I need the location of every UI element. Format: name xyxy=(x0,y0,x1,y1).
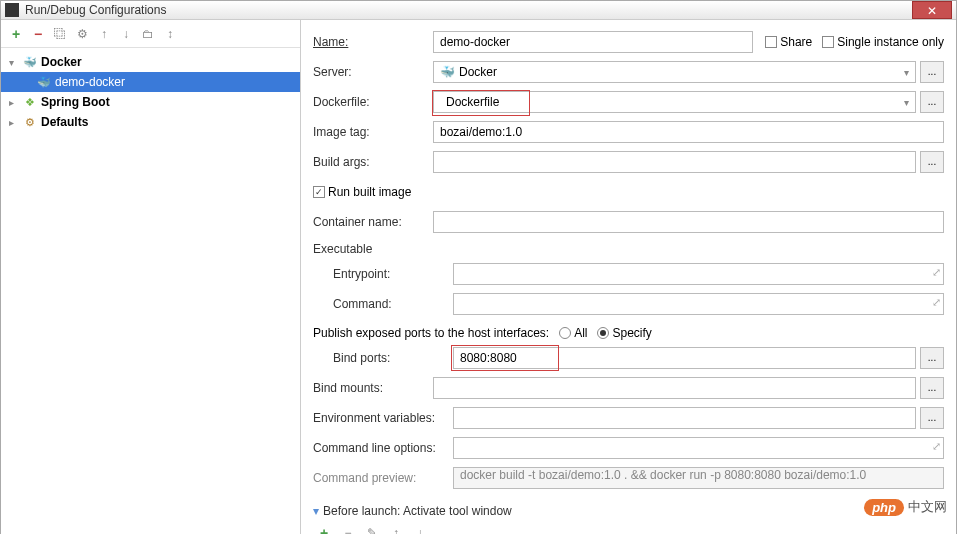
expand-icon[interactable]: ⤢ xyxy=(932,440,941,453)
bindports-more-button[interactable]: ... xyxy=(920,347,944,369)
gear-icon: ⚙ xyxy=(23,115,37,129)
checkbox-icon xyxy=(765,36,777,48)
share-label: Share xyxy=(780,35,812,49)
left-pane: + − ⿻ ⚙ ↑ ↓ 🗀 ↕ ▾ 🐳 Docker 🐳 demo-docker xyxy=(1,20,301,534)
tree-label: demo-docker xyxy=(55,75,125,89)
docker-icon: 🐳 xyxy=(440,65,455,79)
checkbox-icon xyxy=(822,36,834,48)
chevron-right-icon[interactable]: ▸ xyxy=(9,117,21,128)
window: Run/Debug Configurations ✕ + − ⿻ ⚙ ↑ ↓ 🗀… xyxy=(0,0,957,534)
before-launch-label: Before launch: Activate tool window xyxy=(323,504,512,518)
all-label: All xyxy=(574,326,587,340)
container-label: Container name: xyxy=(313,215,433,229)
bl-remove-button[interactable]: − xyxy=(339,524,357,534)
expand-icon[interactable]: ⤢ xyxy=(932,296,941,309)
executable-section-label: Executable xyxy=(313,242,944,256)
specify-label: Specify xyxy=(612,326,651,340)
docker-icon: 🐳 xyxy=(37,75,51,89)
name-input[interactable] xyxy=(433,31,753,53)
buildargs-input[interactable] xyxy=(433,151,916,173)
entrypoint-label: Entrypoint: xyxy=(333,267,453,281)
cmdpreview-value: docker build -t bozai/demo:1.0 . && dock… xyxy=(453,467,944,489)
titlebar: Run/Debug Configurations ✕ xyxy=(1,1,956,20)
bl-down-button[interactable]: ↓ xyxy=(411,524,429,534)
bl-add-button[interactable]: + xyxy=(315,524,333,534)
add-config-button[interactable]: + xyxy=(7,25,25,43)
single-instance-checkbox[interactable]: Single instance only xyxy=(822,35,944,49)
command-input[interactable]: ⤢ xyxy=(453,293,944,315)
imagetag-input[interactable] xyxy=(433,121,944,143)
tree-node-docker[interactable]: ▾ 🐳 Docker xyxy=(1,52,300,72)
envvars-label: Environment variables: xyxy=(313,411,453,425)
expand-icon[interactable]: ⤢ xyxy=(932,266,941,279)
server-value: Docker xyxy=(459,65,497,79)
chevron-down-icon: ▾ xyxy=(904,67,909,78)
tree-label: Defaults xyxy=(41,115,88,129)
dockerfile-value: Dockerfile xyxy=(440,95,499,109)
cmdopts-label: Command line options: xyxy=(313,441,453,455)
docker-icon: 🐳 xyxy=(23,55,37,69)
server-label: Server: xyxy=(313,65,433,79)
bindports-input[interactable] xyxy=(453,347,916,369)
left-toolbar: + − ⿻ ⚙ ↑ ↓ 🗀 ↕ xyxy=(1,20,300,48)
command-label: Command: xyxy=(333,297,453,311)
cmdopts-input[interactable]: ⤢ xyxy=(453,437,944,459)
spring-icon: ❖ xyxy=(23,95,37,109)
dockerfile-label: Dockerfile: xyxy=(313,95,433,109)
before-launch-toggle[interactable]: ▾ Before launch: Activate tool window xyxy=(313,504,944,518)
dockerfile-more-button[interactable]: ... xyxy=(920,91,944,113)
copy-config-button[interactable]: ⿻ xyxy=(51,25,69,43)
single-instance-label: Single instance only xyxy=(837,35,944,49)
settings-button[interactable]: ⚙ xyxy=(73,25,91,43)
chevron-down-icon: ▾ xyxy=(904,97,909,108)
bl-edit-button[interactable]: ✎ xyxy=(363,524,381,534)
watermark: php 中文网 xyxy=(864,498,947,516)
buildargs-more-button[interactable]: ... xyxy=(920,151,944,173)
bl-up-button[interactable]: ↑ xyxy=(387,524,405,534)
chevron-down-icon: ▾ xyxy=(313,504,319,518)
entrypoint-input[interactable]: ⤢ xyxy=(453,263,944,285)
cmdpreview-label: Command preview: xyxy=(313,471,453,485)
publish-all-radio[interactable]: All xyxy=(559,326,587,340)
tree-node-spring-boot[interactable]: ▸ ❖ Spring Boot xyxy=(1,92,300,112)
container-input[interactable] xyxy=(433,211,944,233)
publish-specify-radio[interactable]: Specify xyxy=(597,326,651,340)
server-more-button[interactable]: ... xyxy=(920,61,944,83)
server-select[interactable]: 🐳 Docker ▾ xyxy=(433,61,916,83)
watermark-badge: php xyxy=(864,499,904,516)
folder-button[interactable]: 🗀 xyxy=(139,25,157,43)
run-built-image-label: Run built image xyxy=(328,185,411,199)
bindports-label: Bind ports: xyxy=(333,351,453,365)
chevron-down-icon[interactable]: ▾ xyxy=(9,57,21,68)
config-tree: ▾ 🐳 Docker 🐳 demo-docker ▸ ❖ Spring Boot… xyxy=(1,48,300,534)
dockerfile-select[interactable]: Dockerfile ▾ xyxy=(433,91,916,113)
bindmounts-label: Bind mounts: xyxy=(313,381,433,395)
tree-label: Docker xyxy=(41,55,82,69)
run-built-image-checkbox[interactable]: ✓Run built image xyxy=(313,185,411,199)
checkbox-icon: ✓ xyxy=(313,186,325,198)
publish-label: Publish exposed ports to the host interf… xyxy=(313,326,549,340)
expand-button[interactable]: ↕ xyxy=(161,25,179,43)
watermark-text: 中文网 xyxy=(908,498,947,516)
bindmounts-input[interactable] xyxy=(433,377,916,399)
envvars-more-button[interactable]: ... xyxy=(920,407,944,429)
move-down-button[interactable]: ↓ xyxy=(117,25,135,43)
imagetag-label: Image tag: xyxy=(313,125,433,139)
tree-node-demo-docker[interactable]: 🐳 demo-docker xyxy=(1,72,300,92)
radio-icon xyxy=(597,327,609,339)
window-title: Run/Debug Configurations xyxy=(25,3,912,17)
app-icon xyxy=(5,3,19,17)
share-checkbox[interactable]: Share xyxy=(765,35,812,49)
right-pane: Name: Share Single instance only Server:… xyxy=(301,20,956,534)
envvars-input[interactable] xyxy=(453,407,916,429)
move-up-button[interactable]: ↑ xyxy=(95,25,113,43)
close-button[interactable]: ✕ xyxy=(912,1,952,19)
tree-node-defaults[interactable]: ▸ ⚙ Defaults xyxy=(1,112,300,132)
bindmounts-more-button[interactable]: ... xyxy=(920,377,944,399)
remove-config-button[interactable]: − xyxy=(29,25,47,43)
content: + − ⿻ ⚙ ↑ ↓ 🗀 ↕ ▾ 🐳 Docker 🐳 demo-docker xyxy=(1,20,956,534)
radio-icon xyxy=(559,327,571,339)
chevron-right-icon[interactable]: ▸ xyxy=(9,97,21,108)
tree-label: Spring Boot xyxy=(41,95,110,109)
name-label: Name: xyxy=(313,35,433,49)
